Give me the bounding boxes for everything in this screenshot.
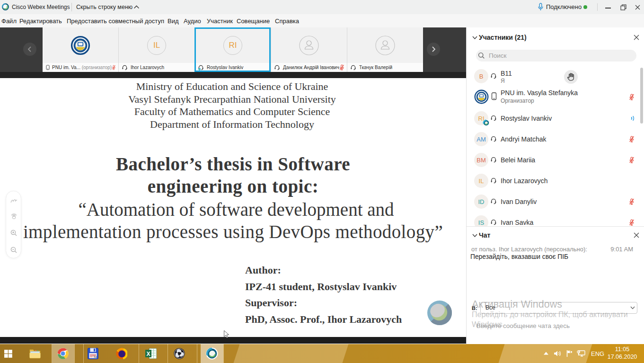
- svg-text:Б却: Б却: [94, 356, 97, 358]
- svg-text:X: X: [146, 351, 150, 357]
